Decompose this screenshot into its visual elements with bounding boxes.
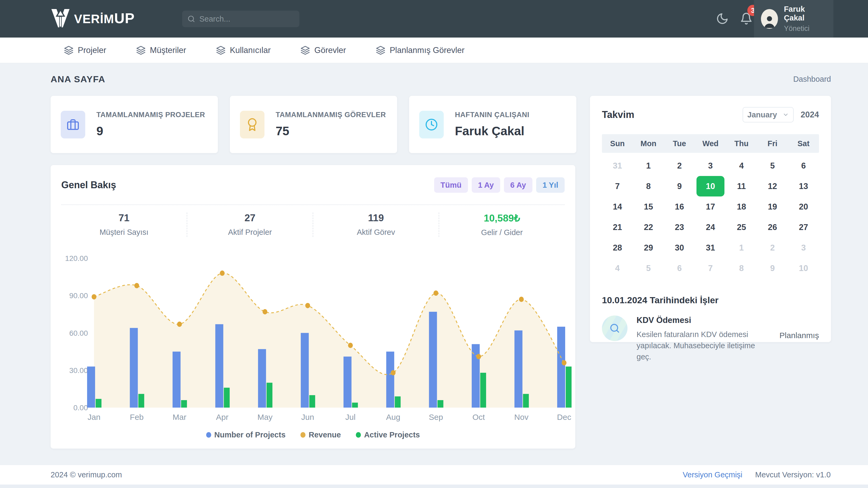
projects-bar [344,356,351,408]
revenue-point [220,270,224,276]
filter-tumu-button[interactable]: Tümü [434,177,468,193]
projects-bar [173,352,181,408]
legend-dot-green [356,432,361,438]
active-projects-bar [438,400,443,408]
calendar-day-cell[interactable]: 6 [664,258,695,279]
calendar-day-cell[interactable]: 20 [788,196,819,217]
calendar-day-cell[interactable]: 17 [695,196,726,217]
nav-label: Müşteriler [150,45,186,55]
scrollbar-track[interactable] [0,485,868,488]
calendar-day-cell[interactable]: 4 [602,258,633,279]
calendar-day-cell[interactable]: 1 [726,237,757,258]
calendar-day-cell[interactable]: 15 [633,196,664,217]
x-axis-tick: Feb [130,413,144,421]
active-projects-bar [224,388,229,408]
calendar-day-cell[interactable]: 10 [696,176,724,196]
calendar-day-cell[interactable]: 27 [788,217,819,237]
calendar-day-cell[interactable]: 24 [695,217,726,237]
calendar-day-cell[interactable]: 8 [726,258,757,279]
calendar-day-cell[interactable]: 18 [726,196,757,217]
magnifier-icon [602,316,627,341]
calendar-day-cell[interactable]: 11 [726,176,757,196]
calendar-day-cell[interactable]: 6 [788,156,819,176]
x-axis-tick: Apr [216,413,228,421]
calendar-day-cell[interactable]: 4 [726,156,757,176]
projects-bar [258,349,266,408]
calendar-day-cell[interactable]: 21 [602,217,633,237]
filter-1yil-button[interactable]: 1 Yıl [536,177,565,193]
stat-label: Gelir / Gider [439,228,565,237]
user-menu[interactable]: Faruk Çakal Yönetici [754,0,833,37]
filter-6ay-button[interactable]: 6 Ay [504,177,532,193]
calendar-day-cell[interactable]: 31 [602,156,633,176]
calendar-day-cell[interactable]: 26 [757,217,788,237]
user-name: Faruk Çakal [784,5,827,22]
calendar-day-cell[interactable]: 3 [788,237,819,258]
stat-card-label: HAFTANIN ÇALIŞANI [455,111,529,119]
calendar-day-cell[interactable]: 10 [788,258,819,279]
legend-number-of-projects: Number of Projects [206,430,286,439]
calendar-day-cell[interactable]: 23 [664,217,695,237]
stat-musteri-sayisi: 71 Müşteri Sayısı [61,213,187,237]
calendar-day-cell[interactable]: 1 [633,156,664,176]
stat-card-label: TAMAMLANMAMIŞ GÖREVLER [276,111,386,119]
calendar-day-header: Sun [602,139,633,148]
calendar-title: Takvim [602,109,743,120]
calendar-day-cell[interactable]: 13 [788,176,819,196]
nav-item-gorevler[interactable]: Görevler [301,45,346,55]
revenue-point [177,322,182,327]
calendar-day-cell[interactable]: 3 [695,156,726,176]
main-nav: Projeler Müşteriler Kullanıcılar Görevle… [0,37,868,63]
calendar-day-cell[interactable]: 9 [757,258,788,279]
page-title: ANA SAYFA [51,74,105,85]
calendar-day-cell[interactable]: 28 [602,237,633,258]
calendar-day-header: Fri [757,139,788,148]
calendar-day-cell[interactable]: 7 [695,258,726,279]
breadcrumb[interactable]: Dashboard [793,75,831,84]
y-axis-tick: 90.00 [69,292,88,300]
legend-revenue: Revenue [301,430,341,439]
calendar-day-cell[interactable]: 2 [664,156,695,176]
legend-label: Active Projects [364,430,420,439]
stat-card-employee-of-week: HAFTANIN ÇALIŞANI Faruk Çakal [409,96,576,153]
filter-1ay-button[interactable]: 1 Ay [472,177,500,193]
calendar-day-cell[interactable]: 7 [602,176,633,196]
calendar-day-cell[interactable]: 2 [757,237,788,258]
calendar-day-cell[interactable]: 12 [757,176,788,196]
projects-bar [130,328,138,408]
calendar-day-cell[interactable]: 22 [633,217,664,237]
calendar-day-cell[interactable]: 5 [633,258,664,279]
search-icon [187,14,195,23]
dark-mode-moon-icon[interactable] [716,12,729,25]
calendar-day-cell[interactable]: 16 [664,196,695,217]
nav-item-projeler[interactable]: Projeler [64,45,106,55]
calendar-day-cell[interactable]: 25 [726,217,757,237]
calendar-day-cell[interactable]: 9 [664,176,695,196]
calendar-day-cell[interactable]: 14 [602,196,633,217]
stat-card-value: 9 [96,124,205,138]
stat-card-tasks: TAMAMLANMAMIŞ GÖREVLER 75 [230,96,397,153]
nav-item-musteriler[interactable]: Müşteriler [136,45,186,55]
calendar-day-cell[interactable]: 30 [664,237,695,258]
award-icon [240,111,265,138]
month-select[interactable]: January [743,107,794,123]
calendar-day-cell[interactable]: 5 [757,156,788,176]
calendar-day-cell[interactable]: 31 [695,237,726,258]
revenue-point [92,294,96,299]
nav-item-kullanicilar[interactable]: Kullanıcılar [216,45,271,55]
active-projects-bar [309,395,315,408]
calendar-day-cell[interactable]: 19 [757,196,788,217]
version-history-link[interactable]: Versiyon Geçmişi [683,470,742,479]
calendar-day-cell[interactable]: 29 [633,237,664,258]
briefcase-icon [61,111,85,138]
stat-label: Aktif Görev [313,228,439,237]
avatar [761,9,778,29]
active-projects-bar [566,367,571,408]
y-axis-tick: 0.00 [73,403,88,412]
search-input[interactable] [199,14,294,24]
search-box [182,11,299,27]
brand-logo[interactable]: VERİMUP [51,7,135,29]
calendar-day-cell[interactable]: 8 [633,176,664,196]
nav-item-planlanmis-gorevler[interactable]: Planlanmış Görevler [376,45,465,55]
task-item[interactable]: KDV Ödemesi Kesilen faturaların KDV ödem… [602,316,819,362]
